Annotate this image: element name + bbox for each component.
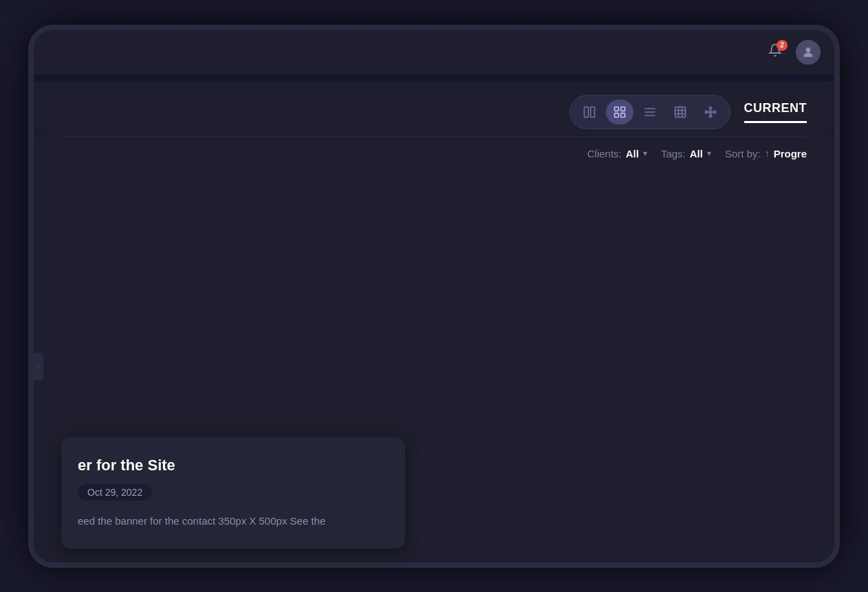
tags-filter[interactable]: Tags: All ▾ [661,148,711,160]
toolbar-area: CURRENT [34,81,834,129]
svg-point-19 [709,111,711,113]
clients-filter[interactable]: Clients: All ▾ [587,148,647,160]
card-description: eed the banner for the contact 350px X 5… [78,513,389,529]
tags-value: All [690,148,703,160]
project-card[interactable]: er for the Site Oct 29, 2022 eed the ban… [61,437,405,549]
svg-rect-1 [584,107,588,117]
clients-dropdown-arrow: ▾ [643,149,647,158]
svg-point-16 [709,107,711,109]
card-title: er for the Site [78,457,389,474]
sort-control[interactable]: Sort by: ↑ Progre [725,148,807,160]
filter-bar: Clients: All ▾ Tags: All ▾ Sort by: ↑ Pr… [34,137,834,171]
svg-rect-6 [620,113,625,117]
svg-rect-10 [675,107,685,117]
clients-value: All [626,148,639,160]
network-view-button[interactable] [697,100,724,124]
current-tab[interactable]: CURRENT [744,101,807,123]
nav-bar-divider [34,74,834,81]
sort-direction-icon: ↑ [765,148,770,159]
side-expand-handle[interactable]: ‹ [34,353,43,380]
view-toggle-group [569,95,730,129]
tags-dropdown-arrow: ▾ [707,149,711,158]
notification-badge: 2 [777,40,788,51]
clients-label: Clients: [587,148,622,160]
content-area: ‹ er for the Site Oct 29, 2022 eed the b… [34,171,834,562]
svg-point-18 [709,115,711,117]
notification-button[interactable]: 2 [763,40,788,65]
table-view-button[interactable] [666,100,694,124]
side-handle-icon: ‹ [37,362,39,370]
top-bar: 2 [34,30,834,74]
user-avatar-button[interactable] [796,40,821,65]
svg-rect-5 [614,113,618,117]
svg-point-15 [705,111,707,113]
column-view-button[interactable] [576,100,603,124]
view-controls: CURRENT [569,95,807,129]
sort-label: Sort by: [725,148,761,160]
svg-rect-2 [590,107,594,117]
svg-rect-3 [614,107,618,111]
top-bar-actions: 2 [763,40,821,65]
grid-view-button[interactable] [606,100,633,124]
card-date: Oct 29, 2022 [78,484,152,501]
tablet-frame: 2 [28,25,840,568]
svg-point-0 [806,47,811,52]
sort-value: Progre [774,148,807,160]
svg-rect-4 [620,107,625,111]
tags-label: Tags: [661,148,686,160]
list-view-button[interactable] [636,100,664,124]
svg-point-17 [713,111,715,113]
